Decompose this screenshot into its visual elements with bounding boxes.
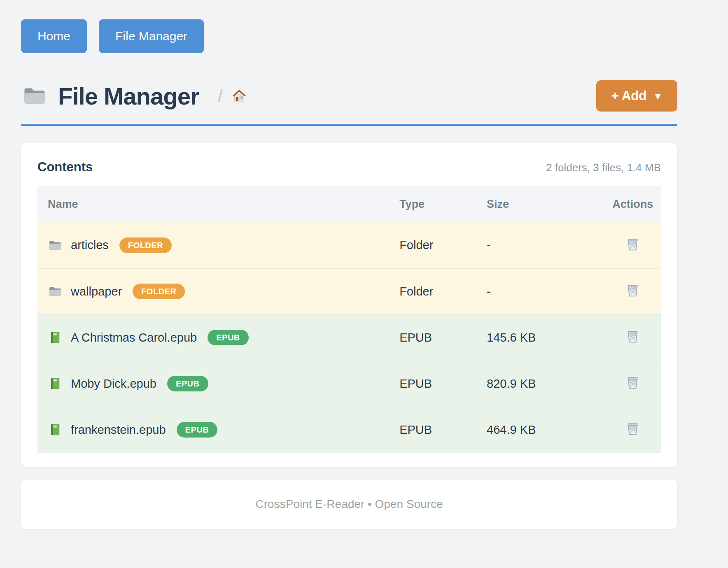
type-cell: EPUB: [399, 361, 486, 407]
file-name[interactable]: Moby Dick.epub: [71, 377, 156, 391]
breadcrumb-separator: /: [218, 87, 223, 105]
book-icon: [48, 377, 62, 391]
title-underline: [21, 124, 677, 126]
contents-card-header: Contents 2 folders, 3 files, 1.4 MB: [37, 160, 661, 175]
nav-file-manager-button[interactable]: File Manager: [99, 19, 204, 53]
folder-icon: [48, 284, 62, 298]
trash-icon: [625, 283, 640, 298]
file-name[interactable]: wallpaper: [71, 285, 122, 298]
title-wrap: File Manager /: [21, 82, 247, 110]
contents-heading: Contents: [37, 160, 93, 175]
book-icon: [48, 423, 62, 437]
delete-button[interactable]: [624, 328, 641, 345]
table-row-christmas-carol: A Christmas Carol.epub EPUB EPUB 145.6 K…: [37, 314, 661, 361]
size-cell: 820.9 KB: [486, 361, 605, 407]
add-button[interactable]: + Add ▼: [596, 80, 677, 112]
type-cell: EPUB: [399, 407, 486, 453]
file-manager-page: Home File Manager File Manager / + Add ▼…: [21, 0, 677, 529]
house-icon[interactable]: [231, 88, 247, 104]
size-cell: -: [486, 268, 605, 314]
page-header: File Manager / + Add ▼: [21, 80, 677, 112]
add-button-label: + Add: [611, 88, 646, 103]
type-cell: Folder: [399, 268, 486, 314]
size-cell: 464.9 KB: [486, 407, 605, 453]
size-cell: -: [486, 222, 605, 268]
file-name[interactable]: frankenstein.epub: [71, 423, 166, 437]
type-badge: FOLDER: [119, 237, 172, 253]
type-badge: EPUB: [208, 330, 249, 345]
file-table: Name Type Size Actions articles FOLDER F…: [37, 186, 661, 453]
top-nav: Home File Manager: [21, 19, 677, 53]
column-header-type: Type: [399, 186, 486, 222]
table-row-moby-dick: Moby Dick.epub EPUB EPUB 820.9 KB: [37, 361, 661, 407]
trash-icon: [625, 375, 640, 390]
contents-summary: 2 folders, 3 files, 1.4 MB: [546, 161, 661, 174]
footer-text: CrossPoint E-Reader • Open Source: [256, 498, 443, 511]
delete-button[interactable]: [624, 420, 641, 437]
type-cell: Folder: [399, 222, 486, 268]
type-badge: EPUB: [167, 376, 208, 391]
size-cell: 145.6 KB: [486, 314, 605, 361]
chevron-down-icon: ▼: [653, 90, 663, 102]
folder-icon: [48, 238, 62, 252]
delete-button[interactable]: [624, 374, 641, 391]
nav-home-button[interactable]: Home: [21, 19, 87, 53]
type-badge: EPUB: [177, 422, 218, 438]
table-header-row: Name Type Size Actions: [37, 186, 661, 222]
trash-icon: [625, 329, 640, 344]
footer: CrossPoint E-Reader • Open Source: [21, 480, 677, 529]
table-row-frankenstein: frankenstein.epub EPUB EPUB 464.9 KB: [37, 407, 661, 453]
column-header-name: Name: [37, 186, 399, 222]
file-name[interactable]: A Christmas Carol.epub: [71, 331, 197, 345]
file-name[interactable]: articles: [71, 238, 109, 252]
column-header-size: Size: [486, 186, 605, 222]
type-cell: EPUB: [399, 314, 486, 361]
column-header-actions: Actions: [605, 186, 661, 222]
delete-button[interactable]: [624, 282, 641, 299]
delete-button[interactable]: [624, 236, 641, 253]
contents-card: Contents 2 folders, 3 files, 1.4 MB Name…: [21, 143, 677, 467]
type-badge: FOLDER: [133, 284, 185, 299]
page-title: File Manager: [58, 82, 199, 110]
trash-icon: [625, 421, 640, 436]
table-row-wallpaper: wallpaper FOLDER Folder -: [37, 268, 661, 314]
table-row-articles: articles FOLDER Folder -: [37, 222, 661, 268]
folder-icon: [21, 84, 48, 108]
trash-icon: [625, 237, 640, 252]
book-icon: [48, 331, 62, 345]
